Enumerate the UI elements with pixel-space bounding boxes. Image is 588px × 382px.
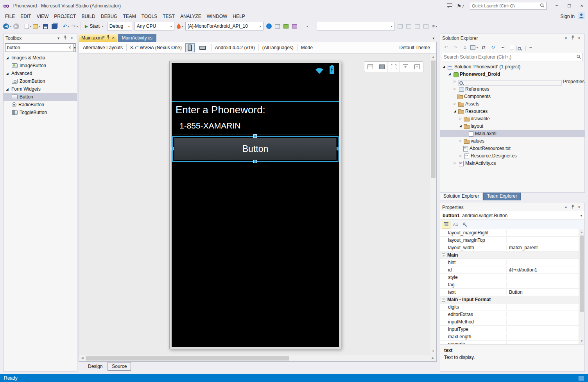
portrait-orientation-button[interactable] bbox=[185, 43, 195, 52]
alternative-layouts-button[interactable]: Alternative Layouts bbox=[83, 45, 123, 50]
save-all-icon[interactable] bbox=[50, 22, 58, 30]
property-value[interactable]: match_parent bbox=[507, 245, 579, 250]
expander-icon[interactable] bbox=[458, 117, 463, 120]
forward-icon[interactable]: ↷ bbox=[451, 43, 460, 52]
match-case-icon[interactable] bbox=[396, 22, 405, 30]
properties-page-icon[interactable] bbox=[516, 43, 526, 52]
tree-item-drawable[interactable]: drawable bbox=[440, 115, 584, 122]
pin-icon[interactable] bbox=[569, 36, 576, 41]
tab-list-dropdown-icon[interactable]: ▾ bbox=[432, 36, 434, 40]
scrollbar-thumb[interactable] bbox=[86, 356, 289, 361]
undo-icon[interactable]: ↶▾ bbox=[62, 22, 70, 30]
horizontal-scrollbar[interactable]: ◀ ▶ bbox=[79, 355, 436, 361]
expander-icon[interactable] bbox=[5, 87, 9, 91]
close-tab-icon[interactable]: × bbox=[112, 35, 115, 41]
tab-mainactivity-cs[interactable]: MainActivity.cs bbox=[118, 34, 156, 42]
toolbox-section-form-widgets[interactable]: Form Widgets bbox=[4, 85, 77, 93]
expander-icon[interactable] bbox=[447, 72, 452, 76]
sync-with-active-document-icon[interactable]: ⇄ bbox=[479, 43, 488, 52]
scroll-up-icon[interactable]: ▲ bbox=[579, 229, 584, 235]
menu-file[interactable]: FILE bbox=[2, 12, 18, 20]
resize-handle-top[interactable] bbox=[253, 134, 257, 138]
user-avatar-icon[interactable] bbox=[578, 12, 585, 20]
expander-icon[interactable] bbox=[453, 109, 457, 113]
info-icon[interactable]: i bbox=[265, 22, 273, 30]
search-icon[interactable] bbox=[540, 3, 545, 9]
switch-views-icon[interactable]: ▾ bbox=[470, 43, 479, 52]
profiler-flame-icon[interactable]: ▾ bbox=[176, 22, 184, 30]
toolbox-item-zoombutton[interactable]: ZoomButton bbox=[4, 77, 77, 85]
expander-icon[interactable] bbox=[458, 139, 463, 143]
menu-team[interactable]: TEAM bbox=[120, 12, 138, 20]
pin-icon[interactable] bbox=[107, 35, 110, 41]
toolbox-search-dropdown-icon[interactable]: ▾ bbox=[74, 43, 76, 52]
properties-header[interactable]: Properties ▾ × bbox=[440, 203, 584, 211]
menu-test[interactable]: TEST bbox=[160, 12, 177, 20]
tree-item-components[interactable]: Components bbox=[440, 93, 584, 100]
scrollbar-thumb[interactable] bbox=[431, 61, 436, 178]
property-pages-icon[interactable] bbox=[461, 221, 469, 228]
toolbox-search-box[interactable]: × bbox=[5, 43, 74, 52]
property-row[interactable]: editorExtras bbox=[440, 311, 579, 318]
toolbox-section-advanced[interactable]: Advanced bbox=[4, 70, 77, 77]
device-screen-icon[interactable] bbox=[376, 62, 388, 72]
tree-item-main-axml[interactable]: Main.axml bbox=[440, 130, 584, 137]
save-icon[interactable] bbox=[41, 22, 50, 30]
open-file-icon[interactable]: ▾ bbox=[32, 22, 41, 30]
design-tab[interactable]: Design bbox=[84, 362, 106, 370]
property-row[interactable]: digits bbox=[440, 303, 579, 311]
resize-handle-left[interactable] bbox=[172, 147, 174, 150]
scroll-down-icon[interactable]: ▼ bbox=[430, 348, 436, 355]
property-row-text[interactable]: textButton bbox=[440, 289, 579, 296]
expander-icon[interactable] bbox=[5, 56, 9, 60]
menu-build[interactable]: BUILD bbox=[79, 12, 98, 20]
toolbox-item-imagebutton[interactable]: ImageButton bbox=[4, 62, 77, 70]
chevron-down-icon[interactable]: ▾ bbox=[563, 36, 569, 40]
zoom-in-icon[interactable] bbox=[400, 62, 411, 72]
sign-in-link[interactable]: Sign in bbox=[560, 14, 575, 19]
tab-main-axml[interactable]: Main.axml* × bbox=[79, 34, 117, 42]
mode-selector[interactable]: Mode bbox=[301, 45, 313, 50]
toolbox-search-input[interactable] bbox=[7, 45, 68, 50]
solution-explorer-header[interactable]: Solution Explorer ▾ × bbox=[440, 34, 584, 42]
android-version-selector[interactable]: Android 4.4.2 (v19) bbox=[215, 45, 255, 50]
device-target-combo[interactable]: [A]-MonoForAndroid_API_10▾ bbox=[185, 22, 264, 30]
tree-item-solution[interactable]: Solution 'Phoneword' (1 project) bbox=[440, 63, 584, 70]
pin-icon[interactable] bbox=[569, 205, 576, 210]
close-icon[interactable]: × bbox=[576, 205, 583, 209]
start-debug-button[interactable]: ▶ Start ▾ bbox=[82, 22, 106, 30]
phoneword-edittext[interactable]: 1-855-XAMARIN bbox=[179, 121, 240, 130]
navigate-back-icon[interactable]: ◀▾ bbox=[3, 22, 12, 30]
collapse-category-icon[interactable] bbox=[442, 253, 445, 257]
toolbox-item-togglebutton[interactable]: ToggleButton bbox=[4, 109, 77, 116]
platform-combo[interactable]: Any CPU▾ bbox=[134, 22, 174, 30]
quick-launch[interactable] bbox=[470, 2, 547, 10]
toolbox-item-radiobutton[interactable]: RadioButton bbox=[4, 101, 77, 109]
property-row[interactable]: inputType bbox=[440, 326, 579, 333]
search-icon[interactable] bbox=[576, 54, 581, 60]
resize-handle-bottom[interactable] bbox=[253, 160, 257, 163]
refresh-icon[interactable]: ↻ bbox=[488, 43, 498, 52]
property-row[interactable]: style bbox=[440, 274, 579, 281]
quick-launch-input[interactable] bbox=[472, 4, 540, 8]
tree-item-resource-designer[interactable]: Resource.Designer.cs bbox=[440, 152, 584, 159]
menu-edit[interactable]: EDIT bbox=[18, 12, 34, 20]
new-file-icon[interactable]: ▾ bbox=[24, 22, 32, 30]
home-icon[interactable]: ⌂ bbox=[460, 43, 470, 52]
property-row[interactable]: layout_marginRight bbox=[440, 229, 579, 237]
property-row[interactable]: tag bbox=[440, 281, 579, 289]
properties-scrollbar[interactable]: ▲ ▼ bbox=[579, 229, 584, 344]
property-category-input-format[interactable]: Main - Input Format bbox=[440, 296, 579, 303]
fit-to-window-icon[interactable] bbox=[388, 62, 400, 72]
tree-item-layout[interactable]: layout bbox=[440, 122, 584, 130]
tree-item-mainactivity[interactable]: MainActivity.cs bbox=[440, 159, 584, 167]
close-button[interactable]: × bbox=[575, 1, 588, 11]
menu-window[interactable]: WINDOW bbox=[204, 12, 230, 20]
menu-project[interactable]: PROJECT bbox=[51, 12, 79, 20]
chevron-down-icon[interactable]: ▾ bbox=[55, 36, 62, 40]
scrollbar-thumb[interactable] bbox=[580, 236, 584, 312]
match-word-icon[interactable] bbox=[405, 22, 413, 30]
toolbox-header[interactable]: Toolbox ▾ × bbox=[4, 34, 77, 42]
menu-view[interactable]: VIEW bbox=[34, 12, 52, 20]
team-explorer-tab[interactable]: Team Explorer bbox=[483, 193, 520, 200]
